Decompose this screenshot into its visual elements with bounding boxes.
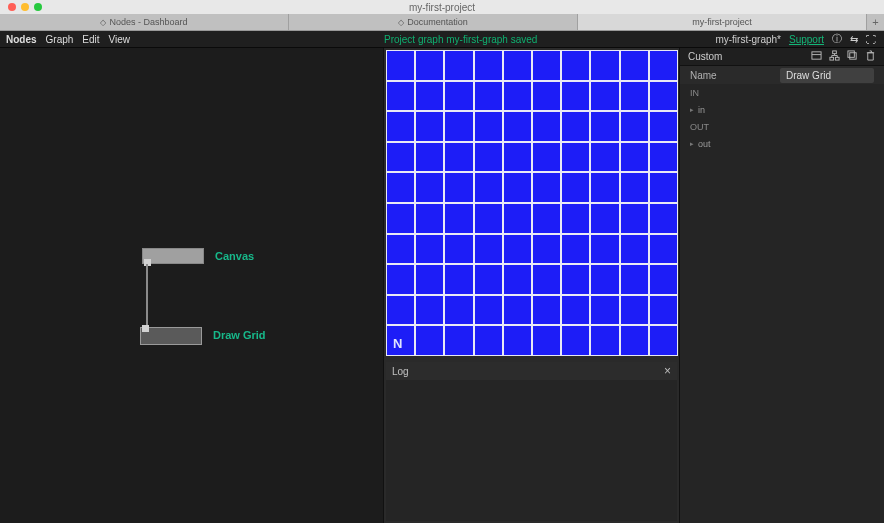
tab-label: Documentation xyxy=(407,17,468,27)
grid-cell xyxy=(532,111,561,142)
main-area: Canvas Draw Grid N Log × Custom xyxy=(0,48,884,523)
grid-cell xyxy=(649,172,678,203)
grid-cell xyxy=(649,142,678,173)
tab-documentation[interactable]: ◇ Documentation xyxy=(289,14,578,30)
grid-cell xyxy=(532,81,561,112)
grid-cell xyxy=(561,295,590,326)
grid-cell xyxy=(503,81,532,112)
grid-cell xyxy=(620,203,649,234)
grid-cell xyxy=(503,234,532,265)
card-icon[interactable] xyxy=(811,50,822,63)
grid-cell xyxy=(415,50,444,81)
graph-name-label: my-first-graph* xyxy=(715,34,781,45)
grid-cell xyxy=(386,50,415,81)
grid-cell xyxy=(532,325,561,356)
preview-logo-icon: N xyxy=(393,336,402,351)
grid-cell xyxy=(532,295,561,326)
expand-icon[interactable]: ⛶ xyxy=(866,34,876,45)
log-panel: Log × xyxy=(386,362,677,521)
grid-cell xyxy=(590,264,619,295)
grid-cell xyxy=(386,142,415,173)
grid-cell xyxy=(590,172,619,203)
node-label: Canvas xyxy=(215,250,254,262)
node-drawgrid-box[interactable]: Draw Grid xyxy=(140,327,202,345)
grid-cell xyxy=(590,50,619,81)
close-window-button[interactable] xyxy=(8,3,16,11)
inspector-port-in[interactable]: in xyxy=(680,102,884,118)
grid-cell xyxy=(532,264,561,295)
inspector-port-out[interactable]: out xyxy=(680,136,884,152)
sync-icon[interactable]: ⇆ xyxy=(850,34,858,45)
tab-icon: ◇ xyxy=(100,18,106,27)
grid-cell xyxy=(561,50,590,81)
menu-nodes[interactable]: Nodes xyxy=(6,34,37,45)
grid-cell xyxy=(444,172,473,203)
grid-cell xyxy=(620,111,649,142)
tab-nodes-dashboard[interactable]: ◇ Nodes - Dashboard xyxy=(0,14,289,30)
grid-cell xyxy=(444,50,473,81)
inspector-in-section: IN xyxy=(680,84,884,102)
tab-my-first-project[interactable]: my-first-project xyxy=(578,14,867,30)
grid-cell xyxy=(649,50,678,81)
grid-cell xyxy=(474,50,503,81)
menu-view[interactable]: View xyxy=(109,34,131,45)
delete-icon[interactable] xyxy=(865,50,876,63)
grid-cell xyxy=(386,203,415,234)
grid-cell xyxy=(444,264,473,295)
info-icon[interactable]: ⓘ xyxy=(832,32,842,46)
grid-cell xyxy=(620,325,649,356)
maximize-window-button[interactable] xyxy=(34,3,42,11)
grid-cell xyxy=(474,111,503,142)
menu-edit[interactable]: Edit xyxy=(82,34,99,45)
inspector-name-value[interactable]: Draw Grid xyxy=(780,68,874,83)
grid-cell xyxy=(620,264,649,295)
grid-cell xyxy=(590,111,619,142)
grid-cell xyxy=(474,234,503,265)
menu-graph[interactable]: Graph xyxy=(46,34,74,45)
svg-rect-5 xyxy=(850,53,856,59)
grid-cell xyxy=(620,234,649,265)
grid-cell xyxy=(590,203,619,234)
grid-cell xyxy=(415,172,444,203)
grid-cell xyxy=(532,142,561,173)
port-label: out xyxy=(698,139,711,149)
grid-cell xyxy=(503,50,532,81)
preview-panel: N Log × xyxy=(384,48,680,523)
node-label: Draw Grid xyxy=(213,329,266,341)
grid-cell xyxy=(532,203,561,234)
grid-cell xyxy=(503,172,532,203)
grid-cell xyxy=(532,234,561,265)
grid-cell xyxy=(474,142,503,173)
grid-cell xyxy=(386,295,415,326)
grid-cell xyxy=(415,295,444,326)
copy-icon[interactable] xyxy=(847,50,858,63)
grid-cell xyxy=(503,203,532,234)
connection-wire[interactable] xyxy=(146,264,148,328)
grid-cell xyxy=(474,264,503,295)
grid-cell xyxy=(620,142,649,173)
grid-cell xyxy=(415,111,444,142)
support-link[interactable]: Support xyxy=(789,34,824,45)
tab-label: my-first-project xyxy=(692,17,752,27)
minimize-window-button[interactable] xyxy=(21,3,29,11)
hierarchy-icon[interactable] xyxy=(829,50,840,63)
grid-cell xyxy=(474,172,503,203)
add-tab-button[interactable]: + xyxy=(867,14,884,30)
grid-cell xyxy=(474,81,503,112)
grid-cell xyxy=(620,295,649,326)
grid-cell xyxy=(561,264,590,295)
grid-cell xyxy=(415,81,444,112)
grid-cell xyxy=(444,234,473,265)
grid-cell xyxy=(561,172,590,203)
node-canvas[interactable]: Canvas Draw Grid xyxy=(0,48,384,523)
node-canvas-box[interactable]: Canvas xyxy=(142,248,204,264)
node-input-port[interactable] xyxy=(142,325,149,332)
grid-cell xyxy=(590,142,619,173)
close-icon[interactable]: × xyxy=(664,364,671,378)
grid-cell xyxy=(444,81,473,112)
grid-cell xyxy=(444,295,473,326)
status-message: Project graph my-first-graph saved xyxy=(384,34,537,45)
grid-cell xyxy=(415,203,444,234)
grid-cell xyxy=(386,81,415,112)
tab-bar: ◇ Nodes - Dashboard ◇ Documentation my-f… xyxy=(0,14,884,31)
